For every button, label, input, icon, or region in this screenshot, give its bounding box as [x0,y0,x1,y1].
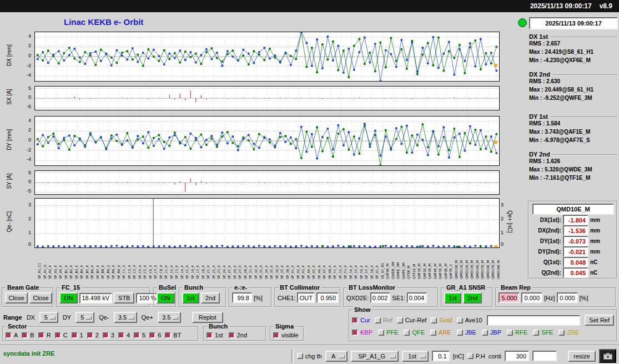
bpm-value-field: 0.048 [563,257,588,267]
ref-name-input[interactable] [487,315,581,326]
dy-plot-canvas[interactable] [34,116,500,166]
q-plot-canvas[interactable] [34,198,500,248]
selected-bpm-values: DX(1st): -1.804 mm DX(2nd): -1.536 mm DY… [530,215,615,278]
sy-plot-canvas[interactable] [34,170,500,195]
busel-on-button[interactable]: ON [157,292,175,304]
sector-checkbox[interactable]: 2 [87,332,99,338]
gr-snsr-1st-button[interactable]: 1st [444,292,461,304]
resize-button[interactable]: resize [568,351,596,362]
beam-gate-close-button[interactable]: Close [5,292,28,304]
checkbox-icon [482,330,488,336]
bpm-value-unit: mm [590,217,600,223]
range-qe-plus-select[interactable]: 3.5 [158,312,181,323]
che1-label: CHE1: [278,295,295,301]
sector-select[interactable]: A [325,351,348,362]
plot-row-dx: DX [mm] 420-2-4 [0,32,525,80]
fc15-stb-button[interactable]: STB [114,292,134,304]
beam-rep-set-field: 5.000 [499,292,520,303]
fc15-on-button[interactable]: ON [59,292,78,304]
show-series-checkbox[interactable]: Cur-Ref [397,317,427,323]
show-mode-checkbox[interactable]: QFE [404,329,425,336]
show-series-checkbox[interactable]: Gold [431,317,452,323]
gr-snsr-panel: GR_A1 SNSR 1st 2nd [441,287,493,307]
show-series-checkbox[interactable]: Ave10 [457,317,482,323]
sigma-visible-checkbox[interactable]: visible [273,332,299,338]
plot-row-sy: SY [A] 50-5 [0,170,525,194]
screenshot-button[interactable] [599,349,616,363]
dx-plot-canvas[interactable] [34,32,500,82]
stat-rms: RMS : 1.584 [529,119,617,128]
selected-bpm-name: QMD10E_M [532,204,614,215]
ph-checkbox[interactable]: P.H [467,353,485,360]
bunch-2nd-button[interactable]: 2nd [201,292,220,304]
replot-button[interactable]: Replot [192,312,223,323]
threshold-input[interactable] [432,351,450,361]
bt-collimator-panel: BT Collimator CHE1: OUT 0.950 [274,287,341,307]
show-mode-label: QFE [412,329,425,336]
sector-panel: Sector A B R C 1 [2,326,199,341]
sy-axis-label: SY [A] [6,164,12,199]
gr-snsr-2nd-button[interactable]: 2nd [463,292,482,304]
show-mode-checkbox[interactable]: JBP [482,329,501,336]
checkbox-icon [118,332,124,338]
stat-min: Min : -7.161@QTF1E_M [529,174,617,182]
sector-checkbox[interactable]: 6 [149,332,161,338]
stat-min: Min : -9.252@QWFE_3M [529,94,617,102]
sector-checkbox[interactable]: 5 [134,332,145,338]
set-ref-button[interactable]: Set Ref [585,315,614,326]
stat-group: DX 2nd RMS : 2.630 Max : 20.449@S8_61_H1… [528,74,617,103]
se1-field: 0.004 [407,292,427,303]
divider [291,350,294,363]
range-dx-select[interactable]: 5 [39,312,58,323]
aux-input[interactable] [532,351,557,361]
range-qe-minus-select[interactable]: 3.5 [114,312,137,323]
bpm-select[interactable]: SP_A1_G [351,351,399,362]
checkbox-icon [229,332,235,338]
show-mode-checkbox[interactable]: ZRE [558,329,579,336]
orbit-statistics: DX 1st RMS : 2.657 Max : 24.419@S8_61_H1… [528,28,617,183]
dx-axis-label: DX [mm] [6,38,12,73]
sector-checkbox[interactable]: R [38,332,51,338]
checkbox-icon [207,332,213,338]
checkbox-icon [375,317,381,323]
fc15-panel: FC_15 ON 18.498 kV STB 100 % [56,287,150,307]
sector-checkbox[interactable]: 1 [72,332,83,338]
bpm-value-unit: nC [590,259,597,265]
range-dy-select[interactable]: 5 [76,312,94,323]
interval-input[interactable] [505,351,529,361]
show-series-label: Gold [439,317,452,323]
sector-checkbox[interactable]: BT [165,332,181,338]
bunch-checkbox-label: 1st [215,332,223,338]
sector-checkbox[interactable]: B [22,332,34,338]
bunch-1st-button[interactable]: 1st [182,292,199,304]
show-mode-checkbox[interactable]: ARE [430,329,451,336]
bunch-panel: Bunch 1st 2nd [179,287,227,307]
sector-checkbox[interactable]: 4 [118,332,130,338]
beam-gate-close-button[interactable]: Close [29,292,52,304]
qe-minus-axis-label: Qe- [nC] [6,204,12,240]
checkbox-icon [55,332,61,338]
bpm-name-axis: SP_A1_C1SP_A1_GSP_A2_4SP_A3_4SP_A4_4SP_B… [34,249,500,281]
show-mode-checkbox[interactable]: RFE [507,329,527,336]
show-series-checkbox[interactable]: Cur [352,317,370,323]
show-mode-checkbox[interactable]: KBP [352,329,373,336]
checkbox-icon [6,332,12,338]
chg-th-checkbox[interactable]: chg th [297,353,322,360]
sector-checkbox-label: C [63,332,68,338]
bunch-checkbox[interactable]: 2nd [229,332,247,338]
stat-group-label: DY 1st [529,113,550,120]
show-mode-checkbox[interactable]: JBE [457,329,476,336]
sector-checkbox[interactable]: C [55,332,68,338]
sector-checkbox[interactable]: 3 [103,332,114,338]
bunch-select[interactable]: 1st [402,351,429,362]
sx-plot-canvas[interactable] [34,86,500,110]
show-mode-checkbox[interactable]: SFE [533,329,553,336]
show-series-checkbox[interactable]: Ref [375,317,392,323]
sector-checkbox-label: 3 [111,332,114,338]
stat-rms: RMS : 2.630 [529,77,617,85]
bunch-checkbox[interactable]: 1st [207,332,223,338]
stat-group: DX 1st RMS : 2.657 Max : 24.419@S8_61_H1… [528,37,617,65]
sector-checkbox[interactable]: A [6,332,18,338]
show-mode-label: KBP [360,329,373,336]
show-mode-checkbox[interactable]: PFE [378,329,398,336]
